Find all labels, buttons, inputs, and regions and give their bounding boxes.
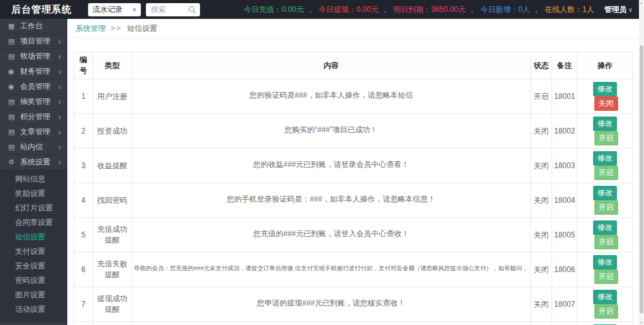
row-number-cell: 8 — [74, 322, 93, 325]
status-cell: 关闭 — [531, 218, 552, 253]
scroll-down-icon[interactable]: ▼ — [639, 320, 644, 325]
sms-content-cell: 您充值的###元已到账，请登入会员中心查收！ — [132, 218, 531, 253]
submenu-item[interactable]: 合同章设置 — [0, 215, 67, 230]
breadcrumb-current: 短信设置 — [127, 23, 157, 34]
toggle-button[interactable]: 关闭 — [594, 96, 618, 111]
scrollbar-thumb[interactable] — [640, 45, 643, 314]
stat-item: 今日新增：0人 ， — [480, 4, 543, 15]
sms-type-cell: 充值成功提醒 — [93, 218, 132, 253]
chevron-icon: ∨ — [57, 99, 62, 105]
table-row: 4 找回密码 您的手机登录验证码是：###，如非本人操作，请忽略本信息！ 关闭 … — [74, 183, 633, 218]
sidebar-menu-item[interactable]: ⚙ 系统设置 ∧ — [0, 155, 67, 170]
sms-content-cell: 您的收益###元已到账，请登录会员中心查看！ — [132, 149, 531, 183]
edit-button[interactable]: 修改 — [593, 117, 617, 131]
sidebar-menu-item[interactable]: ▤ 文章管理 ∨ — [0, 125, 67, 140]
top-bar: 后台管理系统 流水记录 ∨ 今日充值：0.00元 ， 今日提现：0.00元 ， … — [0, 0, 639, 19]
toggle-button[interactable]: 开启 — [594, 166, 618, 180]
vertical-scrollbar[interactable]: ▲ ▼ — [639, 0, 644, 325]
submenu-item[interactable]: 短信设置 — [0, 230, 67, 244]
chevron-icon: ∨ — [57, 69, 62, 75]
chevron-icon: ∨ — [57, 38, 62, 45]
search-box — [146, 3, 200, 16]
chevron-icon: ∨ — [57, 114, 62, 120]
submenu-item[interactable]: 活动设置 — [0, 302, 67, 317]
sidebar-menu-item[interactable]: ▤ 站内信 ∨ — [0, 140, 67, 155]
menu-item-icon: ◉ — [8, 83, 17, 91]
sms-type-cell: 收益提醒 — [93, 149, 132, 183]
table-row: 8 提现失败提现 您申请的提现###元未成功，请联系在线客服！ 关闭 18008… — [74, 322, 633, 325]
sidebar-menu-item[interactable]: ▤ 牧场管理 ∨ — [0, 49, 67, 64]
search-icon — [188, 6, 196, 14]
chevron-icon: ∨ — [57, 54, 62, 60]
user-menu[interactable]: 管理员∨ — [604, 4, 633, 15]
status-cell: 关闭 — [531, 149, 552, 183]
sms-content-cell: 您申请的提现###元已到账，请您核实查收！ — [132, 287, 531, 322]
sidebar-menu-item[interactable]: ▦ 工作台 — [0, 19, 67, 34]
status-cell: 关闭 — [531, 253, 552, 287]
sidebar-menu-item[interactable]: ▤ 抽奖管理 ∨ — [0, 94, 67, 110]
sidebar-menu-item[interactable]: ◉ 会员管理 ∨ — [0, 79, 67, 94]
row-number-cell: 7 — [74, 287, 93, 322]
sms-settings-table: 编号 类型 内容 状态 备注 操作 1 用户注册 您的验证码是###，如非本人操… — [74, 52, 633, 325]
toggle-button[interactable]: 开启 — [594, 235, 618, 249]
sms-type-cell: 找回密码 — [93, 183, 132, 218]
operation-cell: 修改 开启 — [577, 322, 633, 325]
stat-separator: ， — [533, 4, 540, 15]
toggle-button[interactable]: 开启 — [594, 131, 618, 145]
submenu-item[interactable]: 幻灯片设置 — [0, 201, 67, 215]
submenu-item[interactable]: 支付设置 — [0, 244, 67, 259]
sidebar-menu-item[interactable]: ◉ 财务管理 ∨ — [0, 64, 67, 79]
stat-separator: ， — [469, 4, 476, 15]
sidebar-menu-item[interactable]: ▤ 项目管理 ∨ — [0, 34, 67, 49]
row-number-cell: 6 — [74, 253, 93, 287]
operation-cell: 修改 开启 — [577, 114, 633, 149]
sms-content-cell: 您的手机登录验证码是：###，如非本人操作，请忽略本信息！ — [132, 183, 531, 218]
status-cell: 关闭 — [531, 287, 552, 322]
sms-type-cell: 投资成功 — [93, 114, 132, 149]
edit-button[interactable]: 修改 — [593, 255, 617, 270]
col-header-operation: 操作 — [577, 52, 633, 79]
sms-content-text: 您的验证码是###，如非本人操作，请忽略本短信 — [249, 90, 413, 101]
chevron-down-icon: ∨ — [132, 6, 136, 13]
submenu-item[interactable]: 图片设置 — [0, 288, 67, 302]
row-number-cell: 1 — [74, 79, 93, 114]
remark-cell: 18003 — [552, 149, 577, 183]
edit-button[interactable]: 修改 — [593, 82, 617, 96]
header-stats: 今日充值：0.00元 ， 今日提现：0.00元 ， 明日到期：3650.00元 … — [244, 4, 639, 15]
operation-cell: 修改 开启 — [577, 218, 633, 253]
record-type-select[interactable]: 流水记录 ∨ — [88, 3, 141, 16]
menu-item-icon: ◉ — [8, 67, 17, 76]
col-header-type: 类型 — [93, 52, 132, 79]
col-header-remark: 备注 — [552, 52, 577, 79]
sidebar-menu-item[interactable]: ▤ 积分管理 ∨ — [0, 110, 67, 125]
table-header-row: 编号 类型 内容 状态 备注 操作 — [74, 52, 633, 79]
scroll-up-icon[interactable]: ▲ — [639, 0, 644, 5]
status-cell: 关闭 — [531, 322, 552, 325]
edit-button[interactable]: 修改 — [593, 186, 617, 200]
remark-cell: 18001 — [552, 79, 577, 114]
menu-item-icon: ▤ — [8, 52, 17, 60]
toggle-button[interactable]: 开启 — [594, 200, 618, 215]
breadcrumb-section-link[interactable]: 系统管理 — [75, 23, 106, 34]
edit-button[interactable]: 修改 — [593, 151, 617, 166]
remark-cell: 18007 — [552, 287, 577, 322]
menu-item-label: 站内信 — [20, 142, 43, 152]
toggle-button[interactable]: 开启 — [594, 270, 618, 284]
menu-item-icon: ▤ — [8, 113, 17, 121]
submenu-item[interactable]: 奖励设置 — [0, 186, 67, 201]
remark-cell: 18005 — [552, 218, 577, 253]
stat-label: 今日新增：0人 — [480, 4, 530, 15]
toggle-button[interactable]: 开启 — [594, 304, 618, 319]
operation-cell: 修改 关闭 — [577, 79, 633, 114]
submenu-item[interactable]: 密码设置 — [0, 273, 67, 288]
menu-item-icon: ▤ — [8, 37, 17, 45]
remark-cell: 18008 — [552, 322, 577, 325]
sidebar: ▦ 工作台 ▤ 项目管理 ∨ ▤ 牧场管理 ∨ ◉ 财务管理 ∨ ◉ 会员管理 … — [0, 19, 67, 325]
sms-content-text: 您申请的提现###元已到账，请您核实查收！ — [257, 298, 405, 309]
edit-button[interactable]: 修改 — [593, 290, 617, 304]
sms-type-cell: 充值失败提醒 — [93, 253, 132, 287]
submenu-item[interactable]: 安全设置 — [0, 259, 67, 273]
submenu-item[interactable]: 网站信息 — [0, 172, 67, 186]
edit-button[interactable]: 修改 — [593, 220, 617, 235]
operation-cell: 修改 开启 — [577, 183, 633, 218]
